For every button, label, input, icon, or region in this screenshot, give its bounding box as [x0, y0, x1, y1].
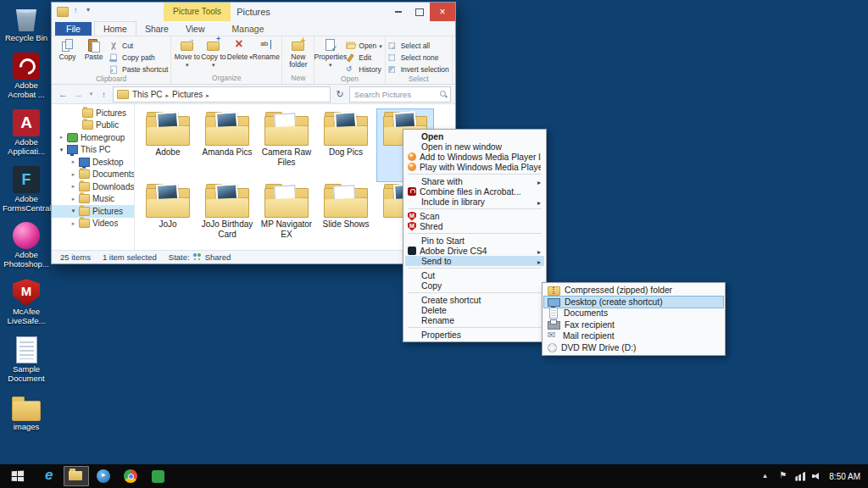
nav-item[interactable]: This PC [52, 144, 134, 157]
nav-item[interactable]: Documents [52, 169, 134, 181]
context-menu-item[interactable]: Cut [405, 270, 544, 280]
ribbon-tab[interactable]: Home [94, 21, 136, 36]
recent-locations-icon[interactable]: ▾ [87, 87, 95, 101]
context-menu-item[interactable]: Adobe Drive CS4 [405, 246, 544, 256]
expander-icon[interactable] [70, 208, 76, 214]
send-to-menu-item[interactable]: Mail recipient [544, 330, 723, 342]
ribbon-button[interactable]: Copy [54, 37, 81, 61]
ribbon-button[interactable]: Paste [81, 37, 107, 61]
context-menu-item[interactable]: Share with [405, 176, 544, 186]
folder-tile[interactable]: Slide Shows [318, 181, 374, 250]
desktop-icon[interactable]: Recycle Bin [2, 5, 51, 43]
context-menu-item[interactable]: Send to [405, 256, 544, 266]
taskbar-app[interactable] [64, 466, 89, 486]
nav-item[interactable]: Music [52, 193, 134, 206]
expander-icon[interactable] [70, 183, 76, 190]
folder-tile[interactable]: Camera Raw Files [259, 109, 314, 181]
folder-tile[interactable]: JoJo Birthday Card [199, 181, 255, 250]
taskbar-app[interactable] [91, 466, 116, 486]
send-to-menu-item[interactable]: Desktop (create shortcut) [544, 297, 723, 308]
taskbar-app[interactable] [36, 466, 62, 486]
folder-tile[interactable]: MP Navigator EX [259, 181, 314, 250]
customize-qat-icon[interactable] [86, 8, 96, 16]
send-to-menu-item[interactable]: Fax recipient [544, 319, 723, 331]
send-to-menu-item[interactable]: Documents [544, 308, 723, 319]
start-button[interactable] [0, 464, 36, 488]
nav-item[interactable]: Homegroup [52, 131, 134, 144]
folder-tile[interactable]: JoJo [140, 181, 196, 250]
expander-icon[interactable] [70, 171, 76, 178]
ribbon-button[interactable]: Rename [253, 37, 279, 61]
up-folder-icon[interactable] [72, 8, 82, 16]
ribbon-button[interactable]: Properties [317, 37, 343, 69]
ribbon-button[interactable]: Delete [226, 37, 253, 61]
context-menu-item[interactable]: Rename [405, 315, 544, 325]
tray-volume-icon[interactable] [812, 472, 822, 481]
ribbon-tab[interactable]: Manage [224, 22, 273, 36]
desktop-icon[interactable]: Sample Document [2, 336, 51, 384]
ribbon-button[interactable]: Move to [174, 37, 200, 69]
breadcrumb[interactable]: This PC Pictures [113, 86, 331, 103]
refresh-button[interactable]: ↻ [333, 87, 347, 102]
ribbon-button[interactable]: New folder [285, 37, 311, 69]
expander-icon[interactable] [70, 220, 76, 227]
ribbon-tab[interactable]: File [55, 22, 92, 36]
ribbon-tab[interactable]: Share [136, 22, 177, 36]
breadcrumb-segment[interactable]: Pictures [170, 90, 204, 99]
ribbon-button[interactable]: Invert selection [388, 64, 449, 75]
desktop-icon[interactable]: Adobe Acrobat ... [2, 53, 51, 100]
expander-icon[interactable] [70, 196, 76, 202]
taskbar-app[interactable] [145, 466, 170, 486]
context-menu-item[interactable]: Shred [405, 221, 544, 231]
send-to-menu-item[interactable]: Compressed (zipped) folder [544, 285, 723, 297]
nav-item[interactable]: Public [52, 119, 134, 132]
desktop-icon[interactable]: Adobe FormsCentral [2, 166, 51, 214]
titlebar[interactable]: Picture Tools Pictures × [52, 3, 455, 21]
context-menu-item[interactable]: Open [405, 131, 544, 141]
nav-item[interactable]: Pictures [52, 205, 134, 218]
nav-item[interactable]: Pictures [52, 107, 134, 119]
ribbon-button[interactable]: Edit [346, 52, 381, 63]
desktop-icon[interactable]: Adobe Photoshop... [2, 222, 51, 269]
picture-tools-tab[interactable]: Picture Tools [164, 3, 231, 21]
ribbon-button[interactable]: Cut [109, 40, 168, 51]
ribbon-button[interactable]: Select all [388, 40, 449, 51]
folder-tile[interactable]: Dog Pics [318, 109, 374, 181]
tray-flag-icon[interactable] [778, 472, 788, 481]
tray-up-icon[interactable] [761, 472, 771, 481]
nav-item[interactable]: Videos [52, 218, 134, 230]
ribbon-tab[interactable]: View [177, 22, 214, 36]
context-menu-item[interactable]: Add to Windows Media Player list [405, 152, 544, 162]
nav-item[interactable]: Downloads [52, 180, 134, 193]
explorer-icon[interactable] [57, 7, 69, 17]
ribbon-button[interactable]: Copy path [109, 52, 168, 63]
ribbon-button[interactable]: Copy to [200, 37, 226, 69]
tray-network-icon[interactable] [795, 472, 805, 481]
expander-icon[interactable] [70, 158, 76, 165]
context-menu-item[interactable]: Create shortcut [405, 295, 544, 305]
clock[interactable]: 8:50 AM [829, 472, 860, 481]
ribbon-button[interactable]: Open [346, 40, 381, 51]
context-menu-item[interactable]: Scan [405, 211, 544, 221]
taskbar-app[interactable] [118, 466, 143, 486]
close-button[interactable]: × [430, 3, 455, 21]
breadcrumb-chevron-icon[interactable] [206, 90, 209, 99]
maximize-button[interactable] [409, 3, 430, 21]
ribbon-button[interactable]: Select none [388, 52, 449, 63]
search-input[interactable] [353, 89, 438, 100]
desktop-icon[interactable]: images [2, 393, 51, 432]
breadcrumb-chevron-icon[interactable] [166, 90, 170, 99]
context-menu-item[interactable]: Play with Windows Media Player [405, 162, 544, 172]
expander-icon[interactable] [58, 147, 64, 153]
context-menu-item[interactable]: Copy [405, 280, 544, 291]
minimize-button[interactable] [387, 3, 409, 21]
ribbon-button[interactable]: History [346, 64, 381, 75]
forward-button[interactable]: → [72, 87, 85, 101]
folder-tile[interactable]: Amanda Pics [199, 109, 255, 181]
context-menu-item[interactable]: Delete [405, 305, 544, 315]
context-menu-item[interactable]: Include in library [405, 197, 544, 207]
send-to-menu-item[interactable]: DVD RW Drive (D:) [544, 342, 723, 354]
desktop-icon[interactable]: McAfee LiveSafe... [2, 279, 51, 326]
desktop-surface[interactable]: Recycle Bin Adobe Acrobat ... Adobe Appl… [0, 0, 868, 464]
context-menu-item[interactable]: Combine files in Acrobat... [405, 186, 544, 197]
